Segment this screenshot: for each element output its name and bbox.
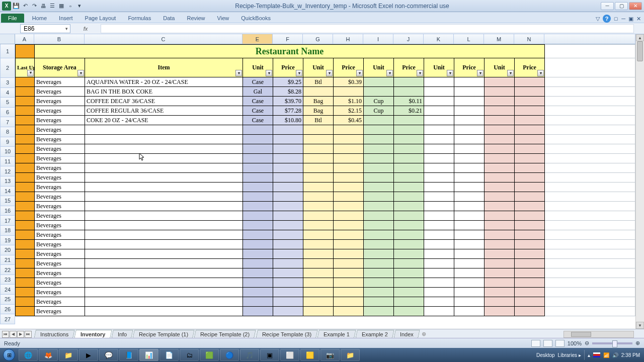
filter-icon[interactable]: ▾ (235, 70, 242, 76)
sheet-tab[interactable]: Inventory (74, 330, 112, 338)
cell[interactable]: Case (243, 116, 273, 125)
cell[interactable] (454, 163, 485, 173)
cell[interactable] (424, 288, 454, 297)
row-header[interactable]: 19 (0, 236, 15, 246)
taskbar-app-icon[interactable]: 💬 (99, 349, 118, 361)
cell[interactable] (424, 192, 454, 202)
cell[interactable] (485, 288, 515, 297)
cell[interactable] (485, 230, 515, 240)
cell[interactable] (394, 163, 424, 173)
cell[interactable] (545, 192, 635, 202)
cell[interactable] (303, 288, 334, 297)
row-header[interactable]: 20 (0, 245, 15, 255)
cell[interactable] (243, 125, 273, 135)
cell[interactable] (545, 230, 635, 240)
cell[interactable]: Beverages (35, 268, 85, 278)
filter-icon[interactable]: ▾ (507, 70, 514, 76)
name-box[interactable]: E86 (20, 24, 70, 33)
start-button[interactable]: ⊞ (0, 348, 18, 362)
cell[interactable] (454, 116, 485, 125)
fx-icon[interactable]: fx (70, 26, 101, 32)
ribbon-tab[interactable]: Home (26, 14, 53, 23)
cell[interactable] (545, 87, 635, 97)
cell[interactable]: Beverages (35, 97, 85, 106)
taskbar-app-icon[interactable]: 🟨 (300, 349, 319, 361)
cell[interactable] (394, 307, 424, 316)
tray-up-icon[interactable]: ▴ (588, 352, 590, 358)
horizontal-scrollbar[interactable] (564, 331, 634, 338)
sheet-tab[interactable]: Example 2 (355, 330, 394, 338)
cell[interactable] (334, 173, 364, 183)
sheet-tab[interactable]: Recipe Template (2) (194, 330, 257, 338)
cell[interactable] (424, 307, 454, 316)
cell[interactable] (454, 106, 485, 116)
cell[interactable] (85, 211, 243, 221)
taskbar-word-icon[interactable]: 📄 (159, 349, 179, 361)
zoom-in-icon[interactable]: ⊕ (635, 340, 640, 346)
cell[interactable] (545, 77, 635, 87)
cell[interactable] (424, 154, 454, 163)
cell[interactable] (364, 240, 394, 249)
cell[interactable]: COKE 20 OZ - 24/CASE (85, 116, 243, 125)
cell[interactable] (515, 183, 545, 192)
cell[interactable]: Beverages (35, 288, 85, 297)
cell[interactable]: $77.28 (273, 106, 303, 116)
cell[interactable] (273, 307, 303, 316)
cell[interactable] (545, 211, 635, 221)
cell[interactable] (394, 183, 424, 192)
row-header[interactable]: 10 (0, 147, 15, 157)
cell[interactable] (334, 221, 364, 230)
cell[interactable] (364, 183, 394, 192)
cell[interactable] (394, 268, 424, 278)
column-header[interactable]: H (333, 34, 363, 44)
cell[interactable] (545, 297, 635, 307)
cell[interactable] (85, 192, 243, 202)
cell[interactable] (424, 240, 454, 249)
cell[interactable] (85, 125, 243, 135)
table-row[interactable]: BeveragesCOFFEE DECAF 36/CASECase$39.70B… (16, 97, 635, 106)
cell[interactable] (424, 77, 454, 87)
taskbar-excel-icon[interactable]: 📊 (139, 349, 158, 361)
cell[interactable] (243, 144, 273, 154)
cell[interactable] (334, 183, 364, 192)
ribbon-tab[interactable]: Insert (53, 14, 79, 23)
cell[interactable] (243, 240, 273, 249)
row-header[interactable]: 4 (0, 88, 15, 98)
cell[interactable] (364, 173, 394, 183)
cell[interactable]: Beverages (35, 77, 85, 87)
cell[interactable]: Beverages (35, 135, 85, 144)
select-all-corner[interactable] (0, 34, 15, 44)
cell[interactable] (273, 202, 303, 211)
sheet-nav-first-icon[interactable]: ⏮ (2, 331, 9, 338)
cell[interactable] (485, 211, 515, 221)
cell[interactable] (85, 144, 243, 154)
cell[interactable] (424, 249, 454, 259)
table-row[interactable]: Beverages (16, 288, 635, 297)
cell[interactable] (273, 297, 303, 307)
table-row[interactable]: Beverages (16, 135, 635, 144)
cell[interactable] (424, 268, 454, 278)
cell[interactable] (85, 278, 243, 288)
cell[interactable] (334, 249, 364, 259)
zoom-out-icon[interactable]: ⊖ (585, 340, 589, 346)
cell[interactable] (303, 192, 334, 202)
cell[interactable] (364, 135, 394, 144)
cell[interactable] (334, 297, 364, 307)
cell[interactable] (16, 297, 35, 307)
row-header[interactable]: 7 (0, 117, 15, 127)
cell[interactable] (424, 97, 454, 106)
cell[interactable] (485, 163, 515, 173)
cell[interactable] (334, 240, 364, 249)
cell[interactable] (16, 278, 35, 288)
cell[interactable] (454, 259, 485, 268)
cell[interactable] (334, 125, 364, 135)
cell[interactable] (545, 240, 635, 249)
cell[interactable] (16, 135, 35, 144)
cell[interactable] (303, 230, 334, 240)
cell[interactable] (16, 240, 35, 249)
cell[interactable] (485, 278, 515, 288)
cell[interactable] (515, 97, 545, 106)
cell[interactable] (85, 307, 243, 316)
cell[interactable] (334, 278, 364, 288)
cell[interactable] (16, 154, 35, 163)
